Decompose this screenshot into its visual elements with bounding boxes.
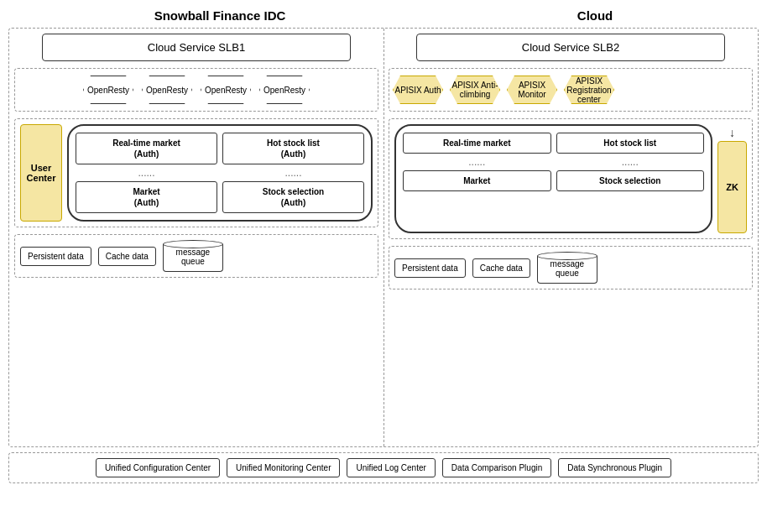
right-services-row: Real-time market Hot stock list ...... .…: [389, 118, 753, 239]
apisix-row: APISIX Auth APISIX Anti-climbing APISIX …: [389, 68, 753, 112]
tool-unified-config: Unified Configuration Center: [96, 458, 220, 477]
tool-unified-log: Unified Log Center: [347, 458, 435, 477]
left-title: Snowball Finance IDC: [154, 8, 286, 23]
openresty-row: OpenResty OpenResty OpenResty OpenResty: [14, 68, 378, 112]
right-services-grid2: Market Stock selection: [403, 170, 704, 191]
right-persistent-data: Persistent data: [394, 258, 466, 278]
right-message-queue: message queue: [537, 252, 597, 284]
service-market-auth: Market(Auth): [76, 181, 217, 213]
apisix-auth-hex: APISIX Auth: [393, 76, 443, 104]
apisix-anticlimbing-hex: APISIX Anti-climbing: [450, 76, 500, 104]
service-stockselection: Stock selection: [556, 170, 705, 191]
arrow-down-icon: ↓: [729, 126, 735, 139]
title-row: Snowball Finance IDC Cloud: [8, 8, 759, 23]
main-container: Cloud Service SLB1 OpenResty OpenResty O…: [8, 28, 759, 447]
left-persistent-data: Persistent data: [20, 247, 91, 266]
zk-box: ZK: [717, 141, 747, 233]
left-services-grid2: Market(Auth) Stock selection(Auth): [76, 181, 364, 213]
slb2-box: Cloud Service SLB2: [416, 34, 726, 61]
user-center-box: User Center: [20, 124, 62, 222]
bottom-tools-row: Unified Configuration Center Unified Mon…: [8, 452, 759, 483]
left-services-grid-outer: Real-time market(Auth) Hot stock list(Au…: [67, 124, 373, 222]
right-data-row: Persistent data Cache data message queue: [389, 246, 753, 289]
service-hotstock-auth: Hot stock list(Auth): [222, 133, 364, 164]
tool-data-synchronous: Data Synchronous Plugin: [558, 458, 671, 477]
service-market: Market: [403, 170, 551, 191]
left-dots-row: ...... ......: [76, 167, 364, 179]
openresty-hex-1: OpenResty: [83, 76, 133, 104]
left-side: Cloud Service SLB1 OpenResty OpenResty O…: [14, 34, 378, 441]
openresty-hex-2: OpenResty: [142, 76, 192, 104]
left-data-row: Persistent data Cache data message queue: [14, 234, 378, 278]
openresty-hex-3: OpenResty: [201, 76, 251, 104]
right-services-grid: Real-time market Hot stock list: [403, 133, 704, 154]
left-cache-data: Cache data: [98, 247, 156, 266]
right-dots-row: ...... ......: [403, 156, 704, 168]
service-hotstock: Hot stock list: [556, 133, 705, 154]
diagram: Snowball Finance IDC Cloud Cloud Service…: [0, 0, 767, 532]
right-side: Cloud Service SLB2 APISIX Auth APISIX An…: [389, 34, 753, 441]
openresty-hex-4: OpenResty: [259, 76, 310, 104]
apisix-monitor-hex: APISIX Monitor: [507, 76, 557, 104]
left-services-row: User Center Real-time market(Auth) Hot s…: [14, 118, 378, 227]
right-cache-data: Cache data: [472, 258, 530, 278]
slb1-box: Cloud Service SLB1: [42, 34, 352, 61]
left-services-grid: Real-time market(Auth) Hot stock list(Au…: [76, 133, 364, 164]
service-stockselection-auth: Stock selection(Auth): [222, 181, 364, 213]
left-message-queue: message queue: [163, 240, 223, 272]
tool-data-comparison: Data Comparison Plugin: [442, 458, 551, 477]
service-realtime-auth: Real-time market(Auth): [76, 133, 217, 164]
tool-unified-monitoring: Unified Monitoring Center: [227, 458, 340, 477]
zk-column: ↓ ZK: [717, 124, 747, 233]
right-title: Cloud: [577, 8, 613, 23]
apisix-registration-hex: APISIX Registration center: [564, 76, 614, 104]
service-realtime: Real-time market: [403, 133, 551, 154]
divider-line: [384, 29, 384, 446]
right-services-grid-outer: Real-time market Hot stock list ...... .…: [394, 124, 712, 233]
